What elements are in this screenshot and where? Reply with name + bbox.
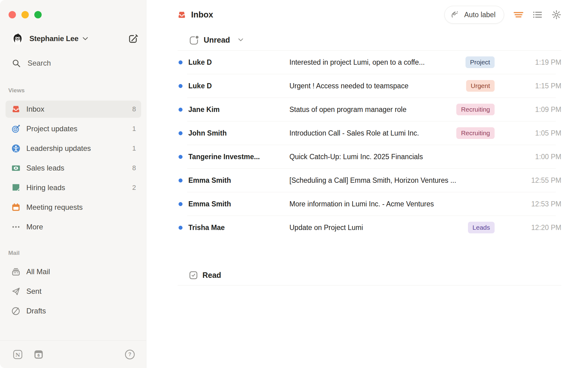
email-row[interactable]: Emma Smith More information in Lumi Inc.… — [178, 192, 561, 216]
sidebar-item-label: Hiring leads — [26, 183, 65, 192]
sidebar-item-label: Leadership updates — [26, 144, 91, 153]
drafts-icon — [12, 307, 20, 315]
sidebar-item-count: 1 — [132, 144, 136, 152]
main-panel: Inbox Auto label — [146, 0, 588, 368]
filter-button[interactable] — [514, 10, 523, 19]
sidebar-item-all-mail[interactable]: All Mail — [6, 263, 141, 280]
email-sender: Luke D — [188, 58, 289, 67]
email-sender: Trisha Mae — [188, 224, 289, 232]
settings-button[interactable] — [552, 10, 561, 20]
help-icon: ? — [125, 349, 135, 360]
more-icon — [12, 223, 20, 231]
group-title: Read — [202, 271, 221, 280]
list-view-button[interactable] — [533, 10, 542, 19]
sidebar-item-meeting-requests[interactable]: Meeting requests — [6, 199, 141, 216]
sidebar-item-sales-leads[interactable]: Sales leads 8 — [6, 159, 141, 177]
email-time: 12:55 PM — [522, 176, 561, 185]
minimize-window-button[interactable] — [21, 11, 29, 18]
email-subject: Update on Project Lumi — [289, 224, 468, 232]
email-time: 12:53 PM — [522, 200, 561, 208]
sidebar-item-label: Project updates — [26, 125, 77, 133]
email-sender: Jane Kim — [188, 105, 289, 114]
avatar — [12, 33, 24, 45]
all-mail-icon — [12, 267, 20, 276]
notion-logo-icon: N — [13, 350, 23, 359]
email-row[interactable]: Trisha Mae Update on Project Lumi Leads … — [178, 216, 561, 239]
help-button[interactable]: ? — [125, 349, 135, 360]
sidebar-item-sent[interactable]: Sent — [6, 283, 141, 300]
read-group-header[interactable]: Read — [178, 265, 561, 285]
sidebar-item-count: 1 — [132, 125, 136, 133]
email-tag: Project — [466, 56, 495, 68]
email-row[interactable]: Jane Kim Status of open program manager … — [178, 98, 561, 121]
unread-dot — [179, 84, 183, 88]
email-sender: Luke D — [188, 82, 289, 90]
mail-section-label: Mail — [8, 250, 146, 256]
notion-app-button[interactable]: N — [13, 350, 23, 359]
sidebar-item-drafts[interactable]: Drafts — [6, 302, 141, 320]
zoom-window-button[interactable] — [34, 11, 42, 18]
sidebar-item-label: Drafts — [26, 307, 46, 315]
email-subject: Quick Catch-Up: Lumi Inc. 2025 Financial… — [289, 153, 522, 161]
unread-group-header[interactable]: Unread — [178, 29, 561, 50]
chevron-down-icon — [83, 37, 88, 40]
email-row[interactable]: Emma Smith [Scheduling a Call] Emma Smit… — [178, 169, 561, 192]
email-tag: Urgent — [466, 80, 495, 92]
sidebar-item-hiring-leads[interactable]: Hiring leads 2 — [6, 179, 141, 196]
email-subject: More information in Lumi Inc. - Acme Ven… — [289, 200, 522, 208]
sidebar-item-count: 8 — [132, 105, 136, 113]
email-sender: John Smith — [188, 129, 289, 137]
unread-dot — [179, 60, 183, 64]
email-subject: Status of open program manager role — [289, 105, 456, 114]
money-icon — [12, 164, 20, 172]
email-row[interactable]: Tangerine Investme... Quick Catch-Up: Lu… — [178, 145, 561, 168]
group-title: Unread — [204, 36, 230, 44]
views-section-label: Views — [8, 87, 146, 94]
list-icon — [533, 10, 542, 19]
accessibility-icon — [12, 144, 20, 153]
search-icon — [12, 59, 21, 67]
sidebar-item-inbox[interactable]: Inbox 8 — [6, 101, 141, 118]
account-switcher[interactable]: Stephanie Lee — [12, 33, 139, 45]
email-list: Luke D Interested in project Lumi, open … — [178, 51, 561, 239]
sidebar-item-label: More — [26, 223, 43, 231]
app-window: Stephanie Lee — [0, 0, 588, 368]
mail-nav: All Mail Sent — [6, 263, 141, 322]
sidebar-footer: N 6 — [0, 340, 146, 368]
sidebar-item-label: Inbox — [26, 105, 44, 113]
sidebar-item-count: 8 — [132, 164, 136, 172]
email-subject: [Scheduling a Call] Emma Smith, Horizon … — [289, 176, 522, 185]
views-nav: Inbox 8 Project updates 1 — [6, 101, 141, 238]
inbox-icon — [12, 105, 20, 113]
unread-dot — [179, 226, 183, 230]
email-tag: Recruiting — [456, 104, 495, 115]
search-input[interactable]: Search — [12, 58, 139, 68]
email-row[interactable]: Luke D Urgent ! Access needed to teamspa… — [178, 74, 561, 98]
close-window-button[interactable] — [9, 11, 16, 18]
email-time: 1:19 PM — [522, 58, 561, 67]
email-subject: Interested in project Lumi, open to a co… — [289, 58, 466, 67]
unread-dot — [179, 202, 183, 206]
email-subject: Introduction Call - Sales Role at Lumi I… — [289, 129, 456, 137]
unread-dot — [179, 131, 183, 135]
calendar-app-button[interactable]: 6 — [34, 350, 43, 359]
email-row[interactable]: John Smith Introduction Call - Sales Rol… — [178, 121, 561, 145]
main-header: Inbox Auto label — [178, 0, 561, 29]
auto-label-button[interactable]: Auto label — [444, 6, 504, 24]
compose-icon — [127, 33, 139, 45]
unread-dot — [179, 108, 183, 112]
note-icon — [12, 183, 20, 192]
sidebar-item-project-updates[interactable]: Project updates 1 — [6, 120, 141, 137]
divider — [178, 285, 561, 286]
calendar-app-icon: 6 — [34, 350, 43, 359]
email-sender: Emma Smith — [188, 176, 289, 185]
email-row[interactable]: Luke D Interested in project Lumi, open … — [178, 51, 561, 74]
sidebar-item-more[interactable]: More — [6, 218, 141, 236]
email-sender: Emma Smith — [188, 200, 289, 208]
sidebar-item-leadership-updates[interactable]: Leadership updates 1 — [6, 140, 141, 157]
paper-plane-icon — [12, 287, 20, 296]
email-sender: Tangerine Investme... — [188, 153, 289, 161]
unread-dot — [179, 155, 183, 159]
sidebar: Stephanie Lee — [0, 0, 146, 368]
compose-button[interactable] — [127, 33, 139, 45]
